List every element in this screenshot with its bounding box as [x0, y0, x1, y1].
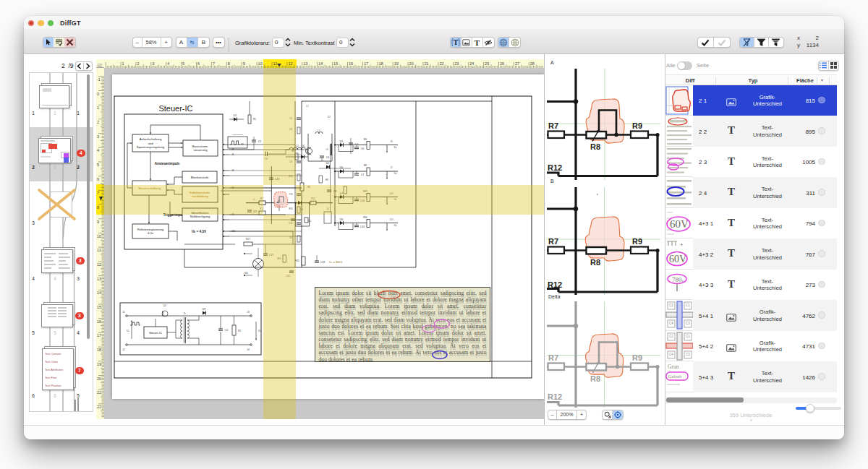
svg-text:Uₑ: Uₑ: [127, 330, 130, 332]
svg-text:4: 4: [97, 148, 99, 152]
svg-text:16: 16: [97, 319, 101, 324]
svg-text:C1: C1: [686, 304, 690, 307]
svg-text:12: 12: [97, 262, 101, 267]
svg-text:R14: R14: [289, 207, 293, 210]
svg-text:2: 2: [137, 61, 139, 66]
svg-text:28: 28: [530, 61, 535, 66]
svg-text:7: 7: [97, 191, 99, 195]
svg-text:J16: J16: [244, 272, 247, 275]
svg-text:D2: D2: [326, 162, 330, 165]
svg-text:R9: R9: [632, 237, 642, 246]
svg-text:D12: D12: [308, 220, 312, 223]
svg-text:R8: R8: [364, 164, 367, 167]
svg-text:D6: D6: [340, 166, 344, 169]
svg-text:15: 15: [97, 305, 101, 309]
svg-text:4,3v: 4,3v: [148, 231, 154, 235]
svg-text:R8: R8: [590, 374, 600, 383]
svg-text:R9: R9: [364, 138, 367, 141]
svg-text:R8: R8: [276, 204, 281, 207]
svg-text:5: 5: [97, 163, 99, 167]
svg-text:Anlaufschaltung: Anlaufschaltung: [140, 137, 162, 141]
svg-text:J3: J3: [247, 311, 250, 314]
svg-text:R15: R15: [295, 259, 299, 262]
svg-text:R7: R7: [548, 121, 558, 130]
svg-text:D2: D2: [328, 116, 331, 119]
svg-text:13: 13: [303, 61, 307, 66]
svg-text:L1: L1: [318, 129, 320, 132]
svg-text:6: 6: [97, 177, 99, 181]
svg-text:C1: C1: [686, 335, 690, 338]
svg-text:R7: R7: [548, 353, 558, 362]
svg-text:R6: R6: [326, 178, 328, 181]
svg-text:Tr: Tr: [183, 312, 186, 315]
svg-text:Uₖ = 4,3V: Uₖ = 4,3V: [192, 230, 207, 233]
svg-text:Blockierstufe: Blockierstufe: [191, 176, 209, 179]
svg-text:R9: R9: [632, 121, 642, 130]
svg-text:Uₖ: Uₖ: [394, 172, 398, 175]
svg-text:8: 8: [228, 61, 230, 66]
svg-text:C1: C1: [258, 140, 262, 143]
svg-text:24: 24: [469, 61, 474, 66]
svg-text:18: 18: [97, 348, 101, 352]
svg-text:21: 21: [425, 61, 429, 66]
svg-text:18: 18: [379, 61, 383, 66]
svg-text:R2: R2: [238, 330, 241, 332]
svg-text:J1: J1: [122, 311, 125, 314]
svg-text:17: 17: [97, 333, 101, 337]
svg-text:J7: J7: [390, 166, 393, 169]
svg-text:L3: L3: [326, 148, 328, 151]
svg-text:C4: C4: [669, 322, 673, 325]
svg-text:Uₐ: Uₐ: [258, 330, 262, 332]
svg-text:11: 11: [273, 61, 278, 66]
svg-text:22: 22: [97, 405, 101, 409]
svg-text:C2: C2: [225, 329, 229, 332]
svg-text:780ₓ: 780ₓ: [672, 276, 684, 283]
svg-text:R17: R17: [246, 238, 250, 241]
svg-text:L1: L1: [306, 105, 309, 108]
svg-text:21: 21: [97, 390, 101, 395]
svg-text:-1: -1: [97, 77, 101, 82]
svg-text:10: 10: [97, 234, 101, 238]
svg-text:D5: D5: [340, 140, 344, 143]
svg-text:C3: C3: [686, 353, 690, 356]
svg-text:C4: C4: [355, 143, 359, 146]
svg-text:14: 14: [97, 291, 101, 295]
svg-text:C18: C18: [320, 261, 325, 264]
svg-text:T: T: [453, 38, 458, 46]
svg-text:Referenzspannung: Referenzspannung: [137, 228, 164, 231]
svg-text:steuerung: steuerung: [193, 148, 208, 152]
svg-text:7: 7: [213, 61, 215, 66]
svg-text:+: +: [680, 241, 684, 248]
svg-text:27: 27: [515, 61, 519, 66]
svg-text:Uₖ = 300 V: Uₖ = 300 V: [329, 261, 343, 264]
svg-text:20: 20: [97, 377, 101, 381]
svg-text:19: 19: [394, 61, 399, 66]
svg-text:L2: L2: [296, 145, 299, 147]
svg-text:Steuer-IC: Steuer-IC: [149, 331, 162, 335]
svg-text:Basisstrom-: Basisstrom-: [192, 145, 209, 148]
svg-text:R12: R12: [548, 280, 562, 289]
svg-text:4: 4: [167, 61, 169, 66]
svg-text:1: 1: [97, 106, 99, 110]
svg-text:20: 20: [409, 61, 414, 66]
svg-text:C4: C4: [326, 156, 330, 159]
svg-text:C6: C6: [361, 147, 365, 150]
svg-text:J13: J13: [390, 218, 393, 221]
svg-text:Uₖ: Uₖ: [394, 224, 398, 227]
svg-text:R1: R1: [253, 118, 256, 121]
svg-text:0: 0: [97, 92, 99, 96]
svg-text:60V: 60V: [669, 254, 686, 264]
svg-text:R9: R9: [632, 353, 642, 362]
svg-text:23: 23: [454, 61, 459, 66]
svg-text:R12: R12: [548, 392, 562, 401]
svg-text:C2: C2: [669, 335, 673, 338]
svg-text:Q4: Q4: [302, 145, 305, 147]
svg-text:Grun: Grun: [668, 363, 679, 370]
svg-text:Q1: Q1: [163, 304, 166, 307]
svg-text:60V: 60V: [670, 218, 689, 230]
svg-text:15: 15: [333, 61, 338, 66]
svg-text:und: und: [148, 142, 153, 145]
svg-text:R8: R8: [590, 142, 600, 151]
svg-text:Ansteuerimpuls: Ansteuerimpuls: [155, 162, 180, 165]
svg-text:R16: R16: [363, 216, 367, 219]
